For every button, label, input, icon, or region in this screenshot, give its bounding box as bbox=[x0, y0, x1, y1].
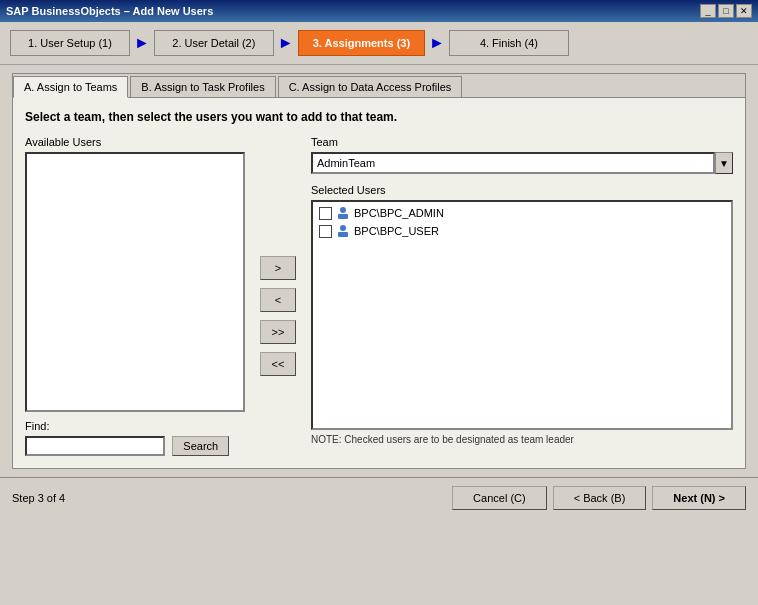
user-checkbox-admin[interactable] bbox=[319, 207, 332, 220]
tab-assign-teams[interactable]: A. Assign to Teams bbox=[13, 76, 128, 98]
svg-rect-3 bbox=[338, 232, 348, 237]
available-users-list[interactable] bbox=[25, 152, 245, 412]
step-1[interactable]: 1. User Setup (1) bbox=[10, 30, 130, 56]
step-arrow-1: ► bbox=[134, 34, 150, 52]
user-item-admin: BPC\BPC_ADMIN bbox=[315, 204, 729, 222]
maximize-button[interactable]: □ bbox=[718, 4, 734, 18]
team-dropdown-wrapper: ▼ bbox=[311, 152, 733, 174]
user-icon-user bbox=[336, 224, 350, 238]
svg-point-0 bbox=[340, 207, 346, 213]
title-bar-buttons[interactable]: _ □ ✕ bbox=[700, 4, 752, 18]
step-2[interactable]: 2. User Detail (2) bbox=[154, 30, 274, 56]
instruction-text: Select a team, then select the users you… bbox=[25, 110, 733, 124]
user-checkbox-user[interactable] bbox=[319, 225, 332, 238]
user-item-user: BPC\BPC_USER bbox=[315, 222, 729, 240]
selected-users-list[interactable]: BPC\BPC_ADMIN BPC\BPC_USER bbox=[311, 200, 733, 430]
transfer-right-button[interactable]: > bbox=[260, 256, 296, 280]
team-label: Team bbox=[311, 136, 733, 148]
footer: Step 3 of 4 Cancel (C) < Back (B) Next (… bbox=[0, 477, 758, 518]
main-content: A. Assign to Teams B. Assign to Task Pro… bbox=[0, 65, 758, 477]
window-title: SAP BusinessObjects – Add New Users bbox=[6, 5, 213, 17]
find-label: Find: bbox=[25, 420, 245, 432]
search-button[interactable]: Search bbox=[172, 436, 229, 456]
tab-container: A. Assign to Teams B. Assign to Task Pro… bbox=[12, 73, 746, 469]
step-arrow-2: ► bbox=[278, 34, 294, 52]
user-icon-admin bbox=[336, 206, 350, 220]
minimize-button[interactable]: _ bbox=[700, 4, 716, 18]
svg-point-2 bbox=[340, 225, 346, 231]
user-name-admin: BPC\BPC_ADMIN bbox=[354, 207, 444, 219]
find-section: Find: Search bbox=[25, 420, 245, 456]
transfer-left-button[interactable]: < bbox=[260, 288, 296, 312]
footer-buttons: Cancel (C) < Back (B) Next (N) > bbox=[452, 486, 746, 510]
tab-assign-task-profiles[interactable]: B. Assign to Task Profiles bbox=[130, 76, 275, 97]
step-arrow-3: ► bbox=[429, 34, 445, 52]
tab-assign-data-access[interactable]: C. Assign to Data Access Profiles bbox=[278, 76, 463, 97]
tab-header: A. Assign to Teams B. Assign to Task Pro… bbox=[13, 74, 745, 98]
next-button[interactable]: Next (N) > bbox=[652, 486, 746, 510]
team-dropdown[interactable] bbox=[311, 152, 715, 174]
close-button[interactable]: ✕ bbox=[736, 4, 752, 18]
steps-header: 1. User Setup (1) ► 2. User Detail (2) ►… bbox=[0, 22, 758, 65]
tab-content: Select a team, then select the users you… bbox=[13, 98, 745, 468]
cancel-button[interactable]: Cancel (C) bbox=[452, 486, 547, 510]
transfer-all-left-button[interactable]: << bbox=[260, 352, 296, 376]
back-button[interactable]: < Back (B) bbox=[553, 486, 647, 510]
team-dropdown-arrow[interactable]: ▼ bbox=[715, 152, 733, 174]
two-column-layout: Available Users Find: Search > < >> << bbox=[25, 136, 733, 456]
step-4[interactable]: 4. Finish (4) bbox=[449, 30, 569, 56]
step-info: Step 3 of 4 bbox=[12, 492, 65, 504]
transfer-buttons-column: > < >> << bbox=[253, 136, 303, 456]
title-bar: SAP BusinessObjects – Add New Users _ □ … bbox=[0, 0, 758, 22]
selected-users-label: Selected Users bbox=[311, 184, 733, 196]
right-column: Team ▼ Selected Users BPC bbox=[311, 136, 733, 456]
available-users-label: Available Users bbox=[25, 136, 245, 148]
user-name-user: BPC\BPC_USER bbox=[354, 225, 439, 237]
find-input[interactable] bbox=[25, 436, 165, 456]
left-column: Available Users Find: Search bbox=[25, 136, 245, 456]
note-text: NOTE: Checked users are to be designated… bbox=[311, 434, 733, 445]
transfer-all-right-button[interactable]: >> bbox=[260, 320, 296, 344]
svg-rect-1 bbox=[338, 214, 348, 219]
step-3[interactable]: 3. Assignments (3) bbox=[298, 30, 425, 56]
